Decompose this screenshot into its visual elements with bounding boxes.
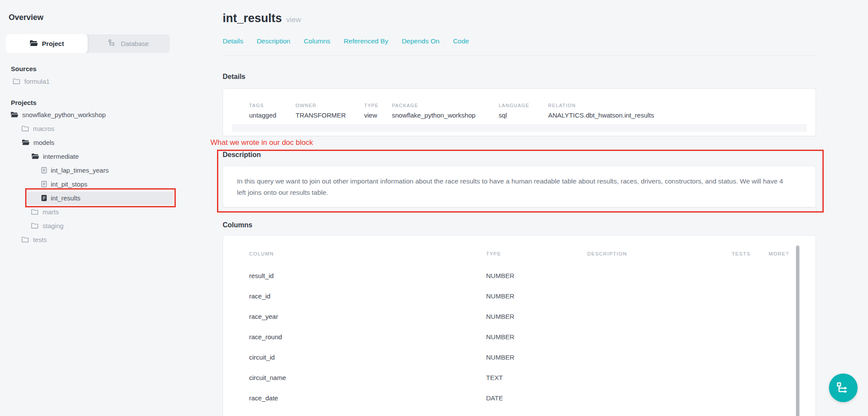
column-name: circuit_id — [249, 353, 275, 360]
database-tree-icon — [108, 39, 116, 48]
column-type: NUMBER — [486, 312, 514, 320]
overview-heading: Overview — [9, 13, 43, 22]
column-type: NUMBER — [486, 272, 514, 279]
tree-item-label: int_results — [51, 194, 80, 202]
column-row-race-time[interactable]: race_time TIME — [223, 408, 815, 416]
column-type: NUMBER — [486, 353, 514, 360]
tree-item-label: models — [33, 139, 54, 146]
tree-item-label: tests — [33, 236, 47, 243]
column-name: race_year — [249, 312, 278, 320]
folder-icon — [22, 236, 29, 242]
folder-icon — [22, 125, 29, 131]
detail-value: TRANSFORMER — [296, 111, 346, 119]
nav-link-description[interactable]: Description — [256, 37, 290, 45]
tree-item-int-pit-stops[interactable]: int_pit_stops — [41, 177, 241, 191]
tree-item-marts[interactable]: marts — [31, 205, 231, 219]
nav-link-details[interactable]: Details — [223, 37, 243, 45]
detail-label: TYPE — [364, 103, 379, 108]
columns-scrollbar[interactable] — [796, 246, 799, 416]
tree-item-label: staging — [43, 222, 63, 229]
tree-item-tests[interactable]: tests — [22, 233, 221, 246]
source-item-formula1[interactable]: formula1 — [13, 74, 217, 88]
detail-label: OWNER — [296, 103, 316, 108]
column-type: NUMBER — [486, 333, 514, 340]
tree-item-int-lap-times-years[interactable]: int_lap_times_years — [41, 163, 241, 177]
detail-label: TAGS — [249, 103, 264, 108]
column-name: circuit_name — [249, 373, 286, 381]
description-section-heading: Description — [223, 151, 261, 159]
columns-header-column: COLUMN — [249, 251, 274, 256]
projects-heading: Projects — [11, 99, 36, 106]
tree-item-label: intermediate — [43, 153, 79, 160]
annotation-text: What we wrote in our doc block — [210, 138, 313, 147]
tree-item-snowflake-python-workshop[interactable]: snowflake_python_workshop — [10, 108, 210, 121]
details-card: TAGS untagged OWNER TRANSFORMER TYPE vie… — [223, 88, 816, 136]
detail-value: snowflake_python_workshop — [392, 111, 476, 119]
folder-icon — [31, 209, 39, 215]
column-type: TEXT — [486, 373, 503, 381]
detail-label: PACKAGE — [392, 103, 418, 108]
view-toggle: Project Database — [6, 34, 170, 53]
tab-project[interactable]: Project — [6, 34, 88, 53]
source-item-label: formula1 — [24, 78, 49, 85]
materialization-badge: view — [286, 16, 301, 24]
page-title: int_resultsview — [223, 12, 301, 25]
folder-open-icon — [10, 111, 18, 118]
column-row-circuit-id[interactable]: circuit_id NUMBER — [223, 347, 815, 367]
lineage-graph-icon — [837, 382, 850, 394]
sidebar: Overview Project Database Sources formul… — [0, 0, 204, 416]
tab-project-label: Project — [42, 40, 64, 47]
column-name: race_time — [249, 414, 278, 416]
columns-header-tests: TESTS — [732, 251, 750, 256]
columns-header-description: DESCRIPTION — [587, 251, 627, 256]
column-name: race_date — [249, 394, 278, 401]
tab-database[interactable]: Database — [88, 34, 170, 53]
lineage-graph-button[interactable] — [829, 373, 858, 402]
details-section-heading: Details — [223, 73, 245, 81]
anchor-nav: Details Description Columns Referenced B… — [223, 37, 469, 45]
nav-link-code[interactable]: Code — [453, 37, 469, 45]
nav-link-depends-on[interactable]: Depends On — [402, 37, 440, 45]
tree-item-int-results[interactable]: int_results — [41, 191, 241, 205]
tree-item-intermediate[interactable]: intermediate — [31, 149, 231, 163]
sources-heading: Sources — [11, 65, 36, 72]
column-name: race_id — [249, 292, 270, 299]
tree-item-staging[interactable]: staging — [31, 219, 231, 233]
detail-label: RELATION — [548, 103, 576, 108]
folder-open-icon — [22, 139, 30, 145]
tree-item-label: marts — [43, 208, 59, 216]
folder-icon — [30, 40, 38, 48]
column-type: DATE — [486, 394, 503, 401]
tab-database-label: Database — [121, 40, 148, 47]
detail-value: untagged — [249, 111, 276, 119]
column-name: race_round — [249, 333, 282, 340]
document-filled-icon — [41, 195, 47, 201]
columns-card: COLUMN TYPE DESCRIPTION TESTS MORE? resu… — [223, 235, 816, 416]
description-text: In this query we want to join out other … — [237, 176, 789, 198]
nav-link-columns[interactable]: Columns — [304, 37, 330, 45]
tree-item-macros[interactable]: macros — [22, 121, 221, 135]
column-row-circuit-name[interactable]: circuit_name TEXT — [223, 367, 815, 387]
folder-icon — [31, 223, 39, 229]
tree-item-models[interactable]: models — [22, 135, 221, 149]
detail-value: sql — [499, 111, 507, 119]
description-card: In this query we want to join out other … — [223, 166, 816, 207]
column-row-result-id[interactable]: result_id NUMBER — [223, 265, 815, 285]
column-row-race-round[interactable]: race_round NUMBER — [223, 326, 815, 347]
column-name: result_id — [249, 272, 274, 279]
document-icon — [41, 181, 47, 187]
columns-header-type: TYPE — [486, 251, 501, 256]
column-row-race-id[interactable]: race_id NUMBER — [223, 285, 815, 306]
column-row-race-date[interactable]: race_date DATE — [223, 387, 815, 408]
model-name: int_results — [223, 12, 282, 25]
column-type: NUMBER — [486, 292, 514, 299]
column-type: TIME — [486, 414, 502, 416]
detail-value: ANALYTICS.dbt_hwatson.int_results — [548, 111, 654, 119]
nav-divider — [223, 55, 816, 56]
column-row-race-year[interactable]: race_year NUMBER — [223, 306, 815, 326]
nav-link-referenced-by[interactable]: Referenced By — [344, 37, 388, 45]
folder-icon — [13, 78, 20, 84]
tree-item-label: int_lap_times_years — [51, 167, 108, 174]
columns-section-heading: Columns — [223, 221, 252, 229]
folder-open-icon — [31, 153, 39, 159]
